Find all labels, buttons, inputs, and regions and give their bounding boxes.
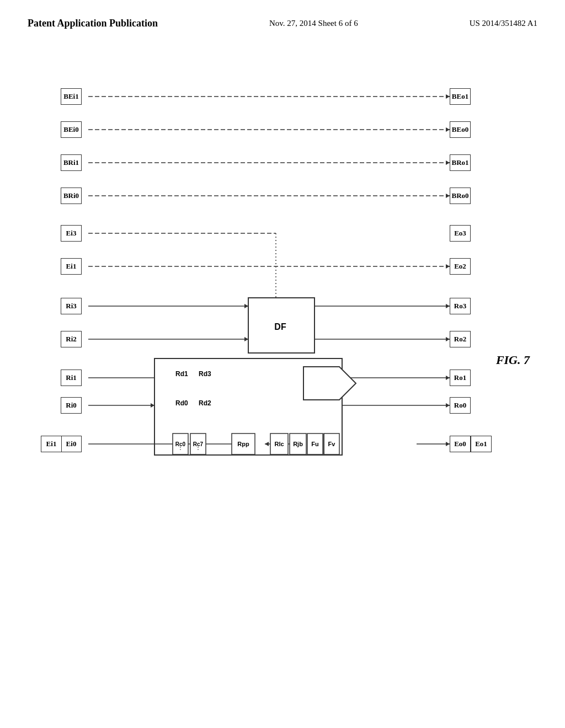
signal-box-bri0: BRi0 [61, 188, 82, 204]
svg-text:DF: DF [274, 322, 286, 331]
svg-marker-23 [446, 376, 450, 380]
svg-marker-18 [244, 337, 248, 341]
svg-marker-25 [151, 403, 154, 408]
svg-text:Rd1: Rd1 [175, 370, 188, 378]
signal-box-ro1: Ro1 [450, 370, 471, 386]
svg-marker-30 [265, 442, 269, 446]
svg-marker-20 [446, 337, 450, 341]
signal-box-ei1b: Ei1 [41, 436, 62, 452]
signal-box-ri0: Ri0 [61, 397, 82, 414]
signal-box-eo2: Eo2 [450, 258, 471, 275]
diagram-area: DF Rd1 Rd3 Rd0 Rd2 Rc0 Rc7 Rpp Rlc [33, 88, 530, 684]
svg-marker-32 [446, 442, 450, 446]
header-left: Patent Application Publication [28, 17, 158, 30]
signal-box-ri2: Ri2 [61, 331, 82, 347]
svg-text:Fv: Fv [328, 441, 336, 447]
signal-box-ro0: Ro0 [450, 397, 471, 414]
signal-box-eo0: Eo0 [450, 436, 471, 452]
diagram-svg: DF Rd1 Rd3 Rd0 Rd2 Rc0 Rc7 Rpp Rlc [33, 88, 530, 684]
signal-box-bro0: BRo0 [450, 188, 471, 204]
svg-text:Rd0: Rd0 [175, 399, 188, 407]
signal-box-ri3: Ri3 [61, 298, 82, 314]
svg-text:Rc7: Rc7 [193, 441, 204, 447]
signal-box-ro2: Ro2 [450, 331, 471, 347]
signal-box-eo1: Eo1 [471, 436, 492, 452]
header: Patent Application Publication Nov. 27, … [0, 0, 565, 30]
fig-label: FIG. 7 [496, 353, 530, 367]
svg-marker-7 [446, 194, 450, 198]
svg-text:Rlc: Rlc [274, 441, 284, 447]
svg-marker-12 [446, 264, 450, 269]
svg-text:Rjb: Rjb [293, 441, 303, 447]
svg-text:Fu: Fu [311, 441, 318, 447]
page: Patent Application Publication Nov. 27, … [0, 0, 565, 728]
header-right: US 2014/351482 A1 [470, 17, 537, 30]
svg-text:Rc0: Rc0 [175, 441, 186, 447]
svg-marker-5 [446, 160, 450, 165]
svg-marker-27 [446, 403, 450, 408]
svg-marker-16 [446, 304, 450, 308]
svg-marker-36 [303, 367, 356, 400]
signal-box-ei1: Ei1 [61, 258, 82, 275]
svg-text:Rd3: Rd3 [199, 370, 211, 378]
signal-box-bei1: BEi1 [61, 88, 82, 105]
signal-box-ei3: Ei3 [61, 225, 82, 242]
signal-box-beo1: BEo1 [450, 88, 471, 105]
signal-box-bei0: BEi0 [61, 121, 82, 138]
signal-box-beo0: BEo0 [450, 121, 471, 138]
signal-box-ei0: Ei0 [61, 436, 82, 452]
signal-box-bri1: BRi1 [61, 154, 82, 171]
header-center: Nov. 27, 2014 Sheet 6 of 6 [269, 17, 358, 30]
svg-marker-1 [446, 94, 450, 99]
svg-text:Rd2: Rd2 [199, 399, 211, 407]
svg-text:Rpp: Rpp [237, 441, 249, 447]
svg-marker-3 [446, 127, 450, 132]
signal-box-ro3: Ro3 [450, 298, 471, 314]
svg-marker-14 [244, 304, 248, 308]
signal-box-ri1: Ri1 [61, 370, 82, 386]
signal-box-eo3: Eo3 [450, 225, 471, 242]
signal-box-bro1: BRo1 [450, 154, 471, 171]
